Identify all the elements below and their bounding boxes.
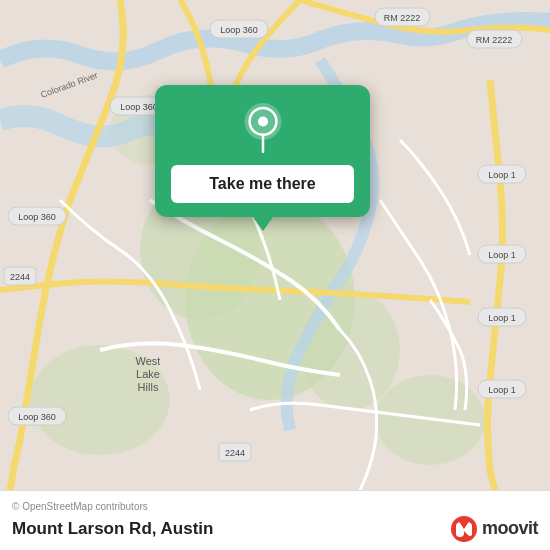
svg-text:Loop 1: Loop 1 [488,170,516,180]
location-name: Mount Larson Rd, Austin [12,519,213,539]
svg-text:West: West [136,355,161,367]
svg-text:Loop 1: Loop 1 [488,313,516,323]
svg-point-38 [257,116,267,126]
svg-text:2244: 2244 [10,272,30,282]
moovit-brand-icon [450,515,478,543]
take-me-there-button[interactable]: Take me there [171,165,354,203]
moovit-logo: moovit [450,515,538,543]
svg-text:Hills: Hills [138,381,159,393]
svg-point-3 [300,290,400,410]
svg-text:Lake: Lake [136,368,160,380]
bottom-bar: © OpenStreetMap contributors Mount Larso… [0,490,550,550]
svg-text:Loop 360: Loop 360 [220,25,258,35]
map-container: Loop 360 RM 2222 RM 2222 Loop 360 Loop 1… [0,0,550,490]
svg-text:Loop 360: Loop 360 [120,102,158,112]
copyright-text: © OpenStreetMap contributors [12,501,538,512]
svg-text:RM 2222: RM 2222 [476,35,513,45]
svg-text:RM 2222: RM 2222 [384,13,421,23]
svg-text:Loop 1: Loop 1 [488,385,516,395]
popup-card: Take me there [155,85,370,217]
location-pin-icon [237,103,289,155]
location-row: Mount Larson Rd, Austin moovit [12,515,538,543]
moovit-brand-text: moovit [482,518,538,539]
svg-text:Loop 1: Loop 1 [488,250,516,260]
svg-text:Loop 360: Loop 360 [18,412,56,422]
map-svg: Loop 360 RM 2222 RM 2222 Loop 360 Loop 1… [0,0,550,490]
svg-text:Loop 360: Loop 360 [18,212,56,222]
svg-text:2244: 2244 [225,448,245,458]
